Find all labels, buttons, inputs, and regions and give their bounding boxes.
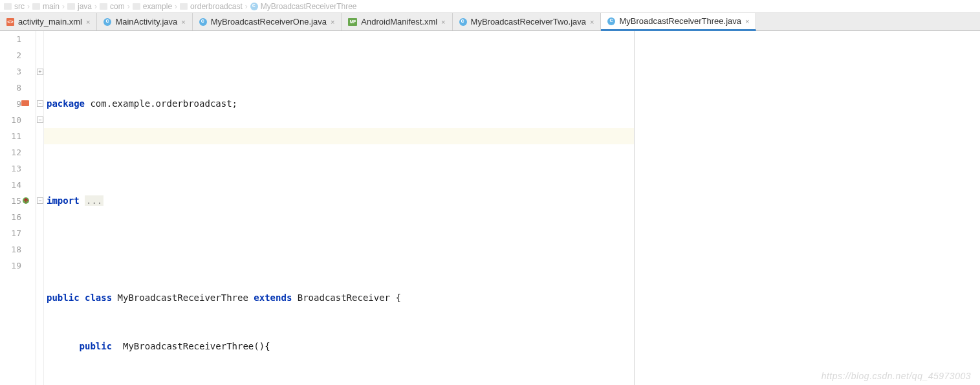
editor-tab[interactable]: <>activity_main.xml× — [0, 13, 97, 30]
close-icon[interactable]: × — [441, 18, 445, 26]
super-class: BroadcastReceiver { — [292, 292, 401, 303]
editor-tab[interactable]: MainActivity.java× — [97, 13, 192, 30]
kw-extends: extends — [254, 292, 292, 303]
class-file-icon — [199, 18, 207, 26]
import-fold[interactable]: ... — [85, 195, 103, 206]
class-name: MyBroadcastReceiverThree — [112, 292, 254, 303]
line-number[interactable]: 18 — [0, 241, 21, 258]
line-number[interactable]: 10 — [0, 112, 21, 128]
breadcrumb-label: orderbroadcast — [190, 2, 243, 11]
breadcrumb-label: example — [143, 2, 172, 11]
breadcrumb-label: src — [14, 2, 25, 11]
kw-import: import — [47, 195, 80, 206]
breadcrumb-item[interactable]: com — [100, 2, 125, 11]
fold-toggle-class[interactable]: − — [37, 100, 43, 107]
tab-label: MyBroadcastReceiverOne.java — [211, 17, 327, 27]
kw-public-class: public class — [47, 292, 112, 303]
watermark: https://blog.csdn.net/qq_45973003 — [822, 371, 971, 381]
breadcrumb-label: java — [78, 2, 92, 11]
current-line-highlight — [44, 128, 634, 144]
tab-label: MyBroadcastReceiverTwo.java — [471, 17, 586, 27]
editor-tab[interactable]: MFAndroidManifest.xml× — [342, 13, 452, 30]
folder-icon — [67, 3, 75, 10]
folder-icon — [4, 3, 12, 10]
fold-toggle-imports[interactable]: + — [37, 69, 43, 75]
tab-label: AndroidManifest.xml — [361, 17, 437, 27]
breadcrumb-separator: › — [245, 2, 248, 11]
folder-icon — [133, 3, 140, 10]
editor-tab[interactable]: MyBroadcastReceiverOne.java× — [193, 13, 342, 30]
close-icon[interactable]: × — [181, 18, 185, 26]
line-number[interactable]: 14 — [0, 177, 21, 193]
line-number[interactable]: 9 — [0, 96, 21, 112]
right-editor-panel — [634, 31, 980, 385]
kw-public-ctor: public — [80, 341, 113, 351]
line-number[interactable]: 12 — [0, 144, 21, 160]
tab-label: MainActivity.java — [115, 17, 177, 27]
breadcrumb-label: main — [43, 2, 60, 11]
editor-tabs: <>activity_main.xml×MainActivity.java×My… — [0, 13, 980, 31]
override-gutter-icon[interactable] — [21, 196, 31, 206]
class-file-icon — [103, 18, 111, 26]
line-number[interactable]: 17 — [0, 225, 21, 241]
folder-icon — [100, 3, 107, 10]
folder-icon — [180, 3, 188, 10]
pkg-name: com.example.orderbroadcast; — [85, 98, 237, 109]
close-icon[interactable]: × — [590, 18, 594, 26]
close-icon[interactable]: × — [331, 18, 334, 26]
class-file-icon — [607, 17, 615, 25]
breadcrumb-separator: › — [27, 2, 30, 11]
folder-icon — [32, 3, 40, 10]
line-number[interactable]: 1 — [0, 31, 21, 47]
line-number[interactable]: 13 — [0, 160, 21, 177]
breadcrumb-separator: › — [175, 2, 177, 11]
line-number[interactable]: 19 — [0, 258, 21, 274]
editor-tab[interactable]: MyBroadcastReceiverThree.java× — [601, 13, 756, 31]
manifest-file-icon: MF — [348, 18, 357, 26]
xml-file-icon: <> — [6, 18, 14, 26]
editor-tab[interactable]: MyBroadcastReceiverTwo.java× — [453, 13, 602, 30]
breadcrumb-item[interactable]: example — [133, 2, 172, 11]
fold-toggle-ctor[interactable]: − — [37, 116, 43, 123]
breadcrumb-label: MyBroadcastReceiverThree — [261, 2, 357, 11]
line-number[interactable]: 8 — [0, 80, 21, 96]
breadcrumb-item[interactable]: orderbroadcast — [180, 2, 243, 11]
line-number[interactable]: 2 — [0, 47, 21, 63]
breadcrumb-separator: › — [94, 2, 97, 11]
svg-rect-0 — [21, 100, 29, 106]
line-number[interactable]: 3 — [0, 63, 21, 80]
class-gutter-icon — [21, 98, 31, 109]
line-number[interactable]: 11 — [0, 128, 21, 144]
breadcrumb-separator: › — [127, 2, 130, 11]
line-number[interactable]: 15 — [0, 193, 21, 209]
tab-label: activity_main.xml — [18, 17, 82, 27]
breadcrumb-separator: › — [62, 2, 65, 11]
breadcrumb: src›main›java›com›example›orderbroadcast… — [0, 0, 980, 13]
code-editor[interactable]: package com.example.orderbroadcast; impo… — [44, 31, 634, 385]
line-number[interactable]: 16 — [0, 209, 21, 225]
breadcrumb-item[interactable]: main — [32, 2, 60, 11]
close-icon[interactable]: × — [86, 18, 90, 26]
fold-stripe: + − − − — [36, 31, 44, 385]
class-file-icon — [459, 18, 467, 26]
fold-toggle-method[interactable]: − — [37, 197, 43, 204]
close-icon[interactable]: × — [745, 17, 749, 25]
ctor-sig: MyBroadcastReceiverThree(){ — [112, 341, 270, 351]
breadcrumb-item[interactable]: java — [67, 2, 92, 11]
breadcrumb-item[interactable]: MyBroadcastReceiverThree — [250, 2, 357, 11]
gutter: 1238910111213141516171819 — [0, 31, 36, 385]
tab-label: MyBroadcastReceiverThree.java — [619, 16, 741, 26]
kw-package: package — [47, 98, 85, 109]
class-icon — [250, 3, 258, 10]
breadcrumb-item[interactable]: src — [4, 2, 25, 11]
breadcrumb-label: com — [110, 2, 125, 11]
editor-area: 1238910111213141516171819 + − − − packag… — [0, 31, 980, 385]
